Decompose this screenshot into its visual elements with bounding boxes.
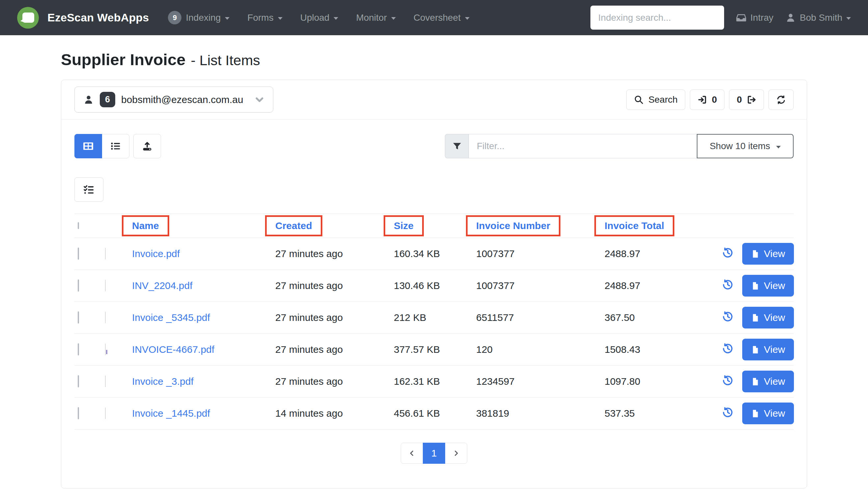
magnifier-icon xyxy=(634,95,644,105)
sign-in-icon xyxy=(697,95,707,105)
queue-user-email: bobsmith@ezescan.com.au xyxy=(121,94,243,105)
table-row: Invoice.pdf 27 minutes ago 160.34 KB 100… xyxy=(74,238,794,270)
indexing-count-badge: 9 xyxy=(168,11,181,24)
history-button[interactable] xyxy=(722,247,734,259)
batch-select-button[interactable] xyxy=(74,178,103,202)
history-icon xyxy=(722,407,734,418)
column-header-invoice-number[interactable]: Invoice Number xyxy=(476,220,550,231)
view-button-label: View xyxy=(764,376,785,387)
invoice-number-cell: 1234597 xyxy=(476,376,605,387)
file-icon xyxy=(751,377,760,386)
nav-item-monitor[interactable]: Monitor xyxy=(356,13,395,23)
search-button-label: Search xyxy=(648,95,678,105)
intray-label: Intray xyxy=(751,13,773,23)
row-checkbox[interactable] xyxy=(78,343,79,355)
show-items-dropdown[interactable]: Show 10 items xyxy=(697,134,794,158)
check-out-button[interactable]: 0 xyxy=(729,89,764,110)
column-header-invoice-total[interactable]: Invoice Total xyxy=(605,220,664,231)
history-button[interactable] xyxy=(722,407,734,418)
upload-tray-icon xyxy=(142,141,153,152)
check-in-button[interactable]: 0 xyxy=(690,89,725,110)
document-name-link[interactable]: INV_2204.pdf xyxy=(132,280,192,291)
document-name-link[interactable]: Invoice _5345.pdf xyxy=(132,312,210,323)
nav-item-coversheet[interactable]: Coversheet xyxy=(414,13,470,23)
check-in-count: 0 xyxy=(712,95,717,105)
created-cell: 27 minutes ago xyxy=(275,280,394,291)
refresh-icon xyxy=(776,95,786,105)
chevron-down-icon xyxy=(776,146,781,148)
invoice-number-cell: 381819 xyxy=(476,408,605,419)
size-cell: 130.46 KB xyxy=(394,280,476,291)
chevron-down-icon xyxy=(391,17,396,20)
view-button[interactable]: View xyxy=(742,275,794,297)
items-table: Name Created Size Invoice Number Invoice… xyxy=(74,214,794,429)
queue-user-select[interactable]: 6 bobsmith@ezescan.com.au xyxy=(74,87,273,113)
annotation-box-created: Created xyxy=(265,215,322,236)
brand[interactable]: EzeScan WebApps xyxy=(17,7,149,29)
row-checkbox[interactable] xyxy=(78,311,79,324)
history-button[interactable] xyxy=(722,311,734,323)
document-thumbnail xyxy=(105,312,106,323)
annotation-box-invoice-number: Invoice Number xyxy=(466,215,560,236)
nav-item-label: Upload xyxy=(300,13,330,23)
document-name-link[interactable]: INVOICE-4667.pdf xyxy=(132,344,214,355)
page-title-sub: - List Items xyxy=(191,52,260,69)
page-number-button[interactable]: 1 xyxy=(423,443,445,464)
document-thumbnail xyxy=(105,375,106,387)
upload-button[interactable] xyxy=(134,134,161,158)
filter-group: Show 10 items xyxy=(445,134,794,158)
annotation-box-invoice-total: Invoice Total xyxy=(594,215,674,236)
toolbar: Show 10 items xyxy=(74,134,794,158)
row-checkbox[interactable] xyxy=(78,375,79,387)
history-button[interactable] xyxy=(722,343,734,354)
row-checkbox[interactable] xyxy=(78,280,79,292)
user-menu[interactable]: Bob Smith xyxy=(785,13,851,23)
created-cell: 27 minutes ago xyxy=(275,376,394,387)
size-cell: 456.61 KB xyxy=(394,408,476,419)
user-name-label: Bob Smith xyxy=(800,13,842,23)
invoice-total-cell: 1508.43 xyxy=(605,344,720,355)
row-checkbox[interactable] xyxy=(78,247,79,260)
person-icon xyxy=(785,13,796,23)
next-page-button[interactable] xyxy=(445,443,467,464)
queue-count-badge: 6 xyxy=(100,92,115,107)
table-row: INV_2204.pdf 27 minutes ago 130.46 KB 10… xyxy=(74,270,794,302)
column-header-size[interactable]: Size xyxy=(394,220,414,231)
created-cell: 27 minutes ago xyxy=(275,344,394,355)
view-button[interactable]: View xyxy=(742,402,794,424)
document-name-link[interactable]: Invoice _1445.pdf xyxy=(132,408,210,419)
view-toggle xyxy=(74,134,129,158)
chevron-down-icon xyxy=(225,17,229,20)
select-all-checkbox[interactable] xyxy=(78,222,79,229)
filter-input[interactable] xyxy=(468,134,697,158)
view-button[interactable]: View xyxy=(742,307,794,328)
nav-item-upload[interactable]: Upload xyxy=(300,13,338,23)
invoice-total-cell: 2488.97 xyxy=(605,280,720,291)
nav-item-forms[interactable]: Forms xyxy=(247,13,282,23)
view-button[interactable]: View xyxy=(742,371,794,392)
column-header-name[interactable]: Name xyxy=(132,220,159,231)
column-header-created[interactable]: Created xyxy=(275,220,312,231)
list-view-button[interactable] xyxy=(102,134,129,158)
document-name-link[interactable]: Invoice _3.pdf xyxy=(132,376,194,387)
file-icon xyxy=(751,345,760,354)
document-name-link[interactable]: Invoice.pdf xyxy=(132,248,180,259)
history-button[interactable] xyxy=(722,374,734,386)
file-icon xyxy=(751,281,760,290)
created-cell: 14 minutes ago xyxy=(275,408,394,419)
intray-link[interactable]: Intray xyxy=(736,13,773,23)
header-actions: Search 0 0 xyxy=(626,89,794,110)
previous-page-button[interactable] xyxy=(401,443,423,464)
history-button[interactable] xyxy=(722,279,734,290)
view-button[interactable]: View xyxy=(742,339,794,360)
view-button[interactable]: View xyxy=(742,243,794,265)
chevron-down-icon xyxy=(254,95,264,105)
size-cell: 160.34 KB xyxy=(394,248,476,259)
refresh-button[interactable] xyxy=(769,89,794,110)
indexing-search-input[interactable] xyxy=(590,5,724,30)
row-checkbox[interactable] xyxy=(78,407,79,419)
grid-view-button[interactable] xyxy=(74,134,102,158)
nav-item-indexing[interactable]: 9 Indexing xyxy=(168,11,229,24)
search-button[interactable]: Search xyxy=(626,89,685,110)
brand-title: EzeScan WebApps xyxy=(47,11,149,24)
